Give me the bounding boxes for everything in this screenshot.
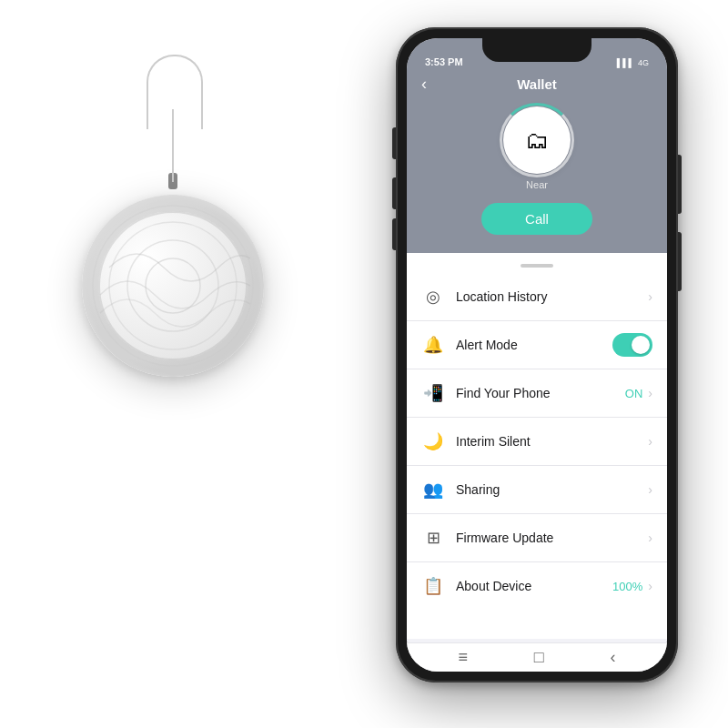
menu-list: ◎ Location History › 🔔 Alert Mode	[407, 273, 667, 639]
menu-item-firmware[interactable]: ⊞ Firmware Update ›	[407, 514, 667, 562]
device-icon-ring: 🗂	[503, 106, 571, 174]
chevron-icon: ›	[648, 531, 652, 545]
tracker-device	[55, 109, 291, 619]
page-title: Wallet	[517, 76, 557, 92]
menu-label-about: About Device	[456, 579, 612, 593]
menu-right-interim-silent: ›	[648, 434, 652, 449]
wallet-icon: 🗂	[525, 126, 549, 155]
sharing-icon: 👥	[421, 478, 445, 501]
svg-point-3	[93, 206, 253, 366]
menu-right-sharing: ›	[648, 482, 652, 497]
menu-item-interim-silent[interactable]: 🌙 Interim Silent ›	[407, 418, 667, 466]
alert-mode-toggle[interactable]	[612, 333, 652, 357]
chevron-icon: ›	[648, 289, 652, 304]
menu-label-firmware: Firmware Update	[456, 531, 648, 545]
alert-icon: 🔔	[421, 333, 445, 357]
menu-label-sharing: Sharing	[456, 482, 648, 497]
menu-right-about: 100% ›	[612, 579, 652, 593]
location-icon: ◎	[421, 285, 445, 308]
scroll-indicator	[521, 264, 553, 268]
chevron-icon: ›	[648, 386, 652, 400]
find-phone-value: ON	[625, 387, 643, 400]
app-top: ‹ Wallet 🗂 Near Call	[407, 71, 667, 253]
chevron-icon: ›	[648, 482, 652, 497]
scene: 3:53 PM ▌▌▌ 4G ‹ Wallet	[0, 0, 728, 728]
menu-right-location-history: ›	[648, 289, 652, 304]
chevron-icon: ›	[648, 434, 652, 449]
menu-right-find-phone: ON ›	[625, 386, 652, 400]
menu-item-alert-mode[interactable]: 🔔 Alert Mode	[407, 321, 667, 369]
chevron-icon: ›	[648, 579, 652, 593]
firmware-icon: ⊞	[421, 526, 445, 550]
menu-label-interim-silent: Interim Silent	[456, 434, 648, 449]
call-button[interactable]: Call	[481, 203, 592, 235]
silent-icon: 🌙	[421, 430, 445, 453]
about-icon: 📋	[421, 574, 445, 598]
status-time: 3:53 PM	[425, 56, 463, 67]
app-content: 3:53 PM ▌▌▌ 4G ‹ Wallet	[407, 38, 667, 639]
svg-point-0	[146, 258, 200, 313]
menu-label-location-history: Location History	[456, 289, 648, 304]
menu-label-alert-mode: Alert Mode	[456, 338, 612, 352]
network-icon: 4G	[638, 58, 649, 67]
menu-item-about[interactable]: 📋 About Device 100% ›	[407, 562, 667, 610]
svg-point-2	[109, 222, 237, 349]
nav-bar: ‹ Wallet	[407, 71, 667, 97]
device-status: Near	[526, 179, 548, 190]
status-icons: ▌▌▌ 4G	[617, 58, 649, 67]
menu-item-location-history[interactable]: ◎ Location History ›	[407, 273, 667, 321]
phone-screen: 3:53 PM ▌▌▌ 4G ‹ Wallet	[407, 38, 667, 672]
signal-icon: ▌▌▌	[617, 58, 634, 67]
notch	[482, 38, 592, 62]
back-button[interactable]: ‹	[421, 75, 427, 94]
find-phone-icon: 📲	[421, 381, 445, 405]
menu-label-find-phone: Find Your Phone	[456, 386, 625, 400]
menu-right-firmware: ›	[648, 531, 652, 545]
device-icon-area: 🗂 Near	[407, 97, 667, 203]
phone-frame: 3:53 PM ▌▌▌ 4G ‹ Wallet	[396, 27, 678, 682]
menu-right-alert-mode	[612, 333, 652, 357]
about-value: 100%	[612, 580, 642, 593]
lanyard	[172, 109, 174, 182]
menu-item-sharing[interactable]: 👥 Sharing ›	[407, 466, 667, 514]
menu-item-find-phone[interactable]: 📲 Find Your Phone ON ›	[407, 369, 667, 418]
tracker-body	[82, 195, 264, 377]
tracker-waves	[82, 195, 264, 377]
phone-container: 3:53 PM ▌▌▌ 4G ‹ Wallet	[396, 27, 678, 682]
